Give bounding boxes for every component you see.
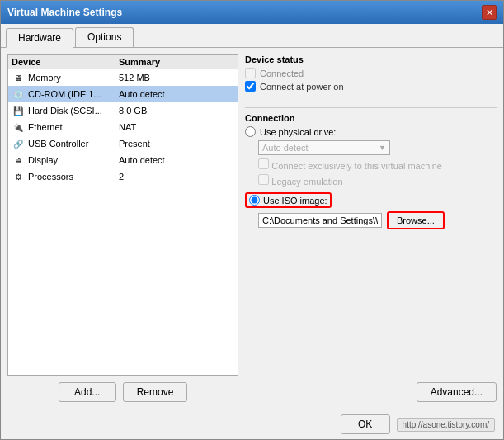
main-content: Device Summary 🖥 Memory 512 MB 💿 CD-ROM …	[1, 48, 503, 409]
left-buttons: Add... Remove	[7, 382, 238, 402]
remove-button[interactable]: Remove	[123, 382, 188, 402]
device-table: Device Summary 🖥 Memory 512 MB 💿 CD-ROM …	[7, 54, 238, 376]
table-row[interactable]: 🔗 USB Controller Present	[8, 135, 238, 152]
connect-exclusively-checkbox[interactable]	[258, 158, 269, 169]
auto-detect-value: Auto detect	[262, 143, 309, 153]
table-row[interactable]: ⚙ Processors 2	[8, 168, 238, 185]
use-iso-label: Use ISO image:	[263, 196, 327, 206]
connected-checkbox[interactable]	[245, 68, 256, 78]
legacy-emulation-label: Legacy emulation	[271, 177, 342, 187]
device-status-label: Device status	[245, 54, 497, 64]
advanced-row: Advanced...	[245, 333, 497, 402]
use-iso-radio[interactable]	[249, 195, 260, 206]
use-physical-radio[interactable]	[245, 126, 256, 137]
use-physical-label: Use physical drive:	[260, 127, 336, 137]
iso-path-row: Browse...	[258, 211, 497, 229]
device-name: USB Controller	[28, 139, 119, 149]
connect-at-power-on-row: Connect at power on	[245, 81, 497, 92]
divider	[245, 107, 497, 108]
device-summary: Auto detect	[119, 155, 234, 165]
dropdown-arrow-icon: ▼	[379, 144, 386, 152]
iso-path-input[interactable]	[258, 213, 382, 228]
right-panel: Device status Connected Connect at power…	[245, 54, 497, 402]
device-name: Memory	[28, 73, 119, 83]
ok-button[interactable]: OK	[341, 414, 390, 434]
device-name: Processors	[28, 172, 119, 182]
window-title: Virtual Machine Settings	[7, 7, 122, 18]
header-summary: Summary	[119, 57, 234, 67]
connect-at-power-on-label: Connect at power on	[260, 82, 344, 92]
close-button[interactable]: ✕	[482, 5, 497, 20]
ethernet-icon: 🔌	[12, 121, 25, 134]
left-panel: Device Summary 🖥 Memory 512 MB 💿 CD-ROM …	[7, 54, 238, 402]
bottom-right: http://asone.tistory.com/	[397, 418, 495, 432]
table-row[interactable]: 🖥 Memory 512 MB	[8, 69, 238, 86]
add-button[interactable]: Add...	[59, 382, 116, 402]
legacy-emulation-checkbox[interactable]	[258, 174, 269, 185]
hdd-icon: 💾	[12, 104, 25, 117]
device-name: Hard Disk (SCSI...	[28, 106, 119, 116]
connection-label: Connection	[245, 113, 497, 123]
use-iso-highlight: Use ISO image:	[245, 192, 332, 208]
title-bar: Virtual Machine Settings ✕	[1, 1, 503, 24]
tab-bar: Hardware Options	[1, 24, 503, 48]
url-label: http://asone.tistory.com/	[397, 418, 495, 432]
table-row[interactable]: 💿 CD-ROM (IDE 1... Auto detect	[8, 86, 238, 102]
auto-detect-row: Auto detect ▼	[258, 140, 497, 155]
device-summary: NAT	[119, 122, 234, 132]
device-name: Ethernet	[28, 122, 119, 132]
table-row[interactable]: 🔌 Ethernet NAT	[8, 119, 238, 135]
connect-at-power-on-checkbox[interactable]	[245, 81, 256, 92]
bottom-bar: OK http://asone.tistory.com/	[1, 409, 503, 439]
device-summary: 8.0 GB	[119, 106, 234, 116]
usb-icon: 🔗	[12, 137, 25, 150]
connect-exclusively-row: Connect exclusively to this virtual mach…	[258, 158, 497, 172]
browse-button[interactable]: Browse...	[387, 211, 445, 229]
cdrom-icon: 💿	[12, 88, 25, 101]
display-icon: 🖥	[12, 154, 25, 167]
use-iso-row: Use ISO image:	[245, 192, 497, 208]
table-row[interactable]: 🖥 Display Auto detect	[8, 152, 238, 168]
connected-row: Connected	[245, 68, 497, 78]
device-status-section: Device status Connected Connect at power…	[245, 54, 497, 94]
legacy-emulation-row: Legacy emulation	[258, 174, 497, 187]
connect-exclusively-label: Connect exclusively to this virtual mach…	[271, 161, 442, 171]
device-summary: 512 MB	[119, 73, 234, 83]
use-physical-row: Use physical drive:	[245, 126, 497, 137]
device-summary: 2	[119, 172, 234, 182]
table-row[interactable]: 💾 Hard Disk (SCSI... 8.0 GB	[8, 102, 238, 119]
device-summary: Present	[119, 139, 234, 149]
connected-label: Connected	[260, 69, 304, 78]
advanced-button[interactable]: Advanced...	[417, 382, 497, 402]
tab-options[interactable]: Options	[75, 27, 134, 47]
auto-detect-dropdown[interactable]: Auto detect ▼	[258, 140, 390, 155]
cpu-icon: ⚙	[12, 170, 25, 183]
memory-icon: 🖥	[12, 71, 25, 84]
header-device: Device	[12, 57, 119, 67]
connection-section: Connection Use physical drive: Auto dete…	[245, 113, 497, 233]
tab-hardware[interactable]: Hardware	[6, 28, 73, 48]
device-name: CD-ROM (IDE 1...	[28, 89, 119, 99]
table-header: Device Summary	[8, 55, 238, 69]
device-summary: Auto detect	[119, 89, 234, 99]
device-name: Display	[28, 155, 119, 165]
virtual-machine-settings-window: Virtual Machine Settings ✕ Hardware Opti…	[0, 0, 504, 440]
